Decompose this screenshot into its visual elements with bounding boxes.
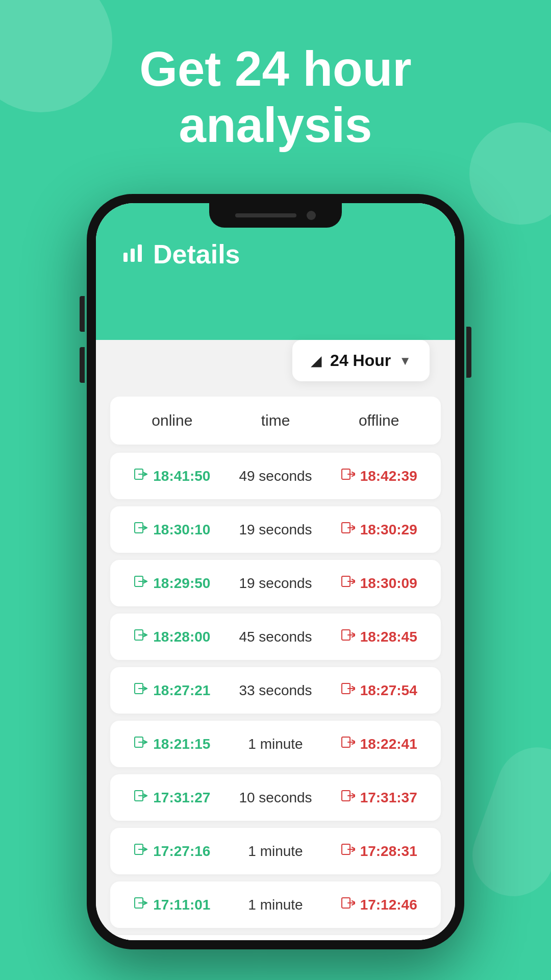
cell-online-2: 18:29:50	[120, 574, 224, 592]
enter-icon-7	[134, 842, 148, 860]
column-header-time: time	[224, 412, 328, 429]
offline-time-0: 18:42:39	[360, 468, 417, 484]
cell-online-6: 17:31:27	[120, 789, 224, 806]
phone-screen: Details ◢ 24 Hour ▼ online	[96, 203, 455, 940]
exit-icon-8	[341, 896, 355, 914]
svg-rect-1	[131, 249, 135, 262]
table-row: 18:21:15 1 minute 18:22:41	[110, 721, 441, 767]
table-row: 18:28:00 45 seconds 18:28:45	[110, 614, 441, 660]
column-header-offline: offline	[327, 412, 431, 429]
enter-icon-2	[134, 574, 148, 592]
table-body: 18:41:50 49 seconds 18:42:39 18	[110, 453, 441, 940]
enter-icon-8	[134, 896, 148, 914]
offline-time-8: 17:12:46	[360, 897, 417, 913]
table-row: 18:27:21 33 seconds 18:27:54	[110, 667, 441, 714]
online-time-0: 18:41:50	[153, 468, 210, 484]
cell-offline-2: 18:30:09	[327, 574, 431, 592]
offline-time-6: 17:31:37	[360, 790, 417, 806]
cell-online-3: 18:28:00	[120, 628, 224, 646]
cell-offline-6: 17:31:37	[327, 789, 431, 806]
cell-duration-2: 19 seconds	[224, 575, 328, 592]
table-header-row: online time offline	[110, 397, 441, 445]
cell-offline-8: 17:12:46	[327, 896, 431, 914]
bar-chart-icon	[121, 241, 144, 267]
table-row: 17:27:16 1 minute 17:28:31	[110, 828, 441, 874]
table-row: 16:59:06 1 minute 17:00:29	[110, 935, 441, 940]
exit-icon-5	[341, 735, 355, 753]
exit-icon-3	[341, 628, 355, 646]
offline-time-7: 17:28:31	[360, 843, 417, 860]
exit-icon-0	[341, 467, 355, 485]
offline-time-3: 18:28:45	[360, 629, 417, 645]
cell-duration-5: 1 minute	[224, 736, 328, 752]
svg-rect-2	[138, 244, 142, 262]
phone-button-volume-down	[80, 347, 85, 383]
cell-duration-7: 1 minute	[224, 843, 328, 860]
online-time-8: 17:11:01	[153, 897, 210, 913]
filter-area: ◢ 24 Hour ▼	[96, 340, 455, 397]
exit-icon-7	[341, 842, 355, 860]
enter-icon-3	[134, 628, 148, 646]
cell-online-8: 17:11:01	[120, 896, 224, 914]
online-time-3: 18:28:00	[153, 629, 210, 645]
table-row: 18:29:50 19 seconds 18:30:09	[110, 560, 441, 606]
offline-time-5: 18:22:41	[360, 736, 417, 752]
table-row: 18:30:10 19 seconds 18:30:29	[110, 506, 441, 553]
hero-title: Get 24 hour analysis	[0, 41, 551, 154]
exit-icon-2	[341, 574, 355, 592]
cell-offline-1: 18:30:29	[327, 521, 431, 538]
online-time-1: 18:30:10	[153, 522, 210, 538]
exit-icon-4	[341, 681, 355, 699]
enter-icon-1	[134, 521, 148, 538]
app-header-title: Details	[153, 239, 240, 270]
filter-icon: ◢	[311, 352, 322, 369]
cell-duration-6: 10 seconds	[224, 790, 328, 806]
offline-time-2: 18:30:09	[360, 575, 417, 592]
data-table: online time offline 18:41:50 49 seconds	[96, 397, 455, 940]
column-header-online: online	[120, 412, 224, 429]
enter-icon-4	[134, 681, 148, 699]
online-time-6: 17:31:27	[153, 790, 210, 806]
chevron-down-icon: ▼	[399, 354, 411, 368]
cell-offline-5: 18:22:41	[327, 735, 431, 753]
cell-duration-1: 19 seconds	[224, 522, 328, 538]
table-row: 17:11:01 1 minute 17:12:46	[110, 881, 441, 928]
cell-duration-4: 33 seconds	[224, 682, 328, 699]
phone-button-volume-up	[80, 296, 85, 332]
online-time-2: 18:29:50	[153, 575, 210, 592]
cell-online-5: 18:21:15	[120, 735, 224, 753]
phone-mockup: Details ◢ 24 Hour ▼ online	[87, 194, 464, 949]
filter-label: 24 Hour	[330, 351, 391, 370]
svg-rect-0	[123, 253, 128, 262]
cell-online-0: 18:41:50	[120, 467, 224, 485]
cell-online-4: 18:27:21	[120, 681, 224, 699]
cell-online-7: 17:27:16	[120, 842, 224, 860]
cell-online-1: 18:30:10	[120, 521, 224, 538]
enter-icon-5	[134, 735, 148, 753]
table-row: 17:31:27 10 seconds 17:31:37	[110, 774, 441, 821]
cell-duration-0: 49 seconds	[224, 468, 328, 484]
cell-offline-3: 18:28:45	[327, 628, 431, 646]
cell-offline-4: 18:27:54	[327, 681, 431, 699]
phone-frame: Details ◢ 24 Hour ▼ online	[87, 194, 464, 949]
table-row: 18:41:50 49 seconds 18:42:39	[110, 453, 441, 499]
notch-camera	[307, 211, 316, 220]
offline-time-1: 18:30:29	[360, 522, 417, 538]
bg-decoration-circle-br	[461, 736, 551, 908]
cell-offline-0: 18:42:39	[327, 467, 431, 485]
offline-time-4: 18:27:54	[360, 682, 417, 699]
online-time-5: 18:21:15	[153, 736, 210, 752]
phone-button-power	[466, 327, 471, 378]
exit-icon-6	[341, 789, 355, 806]
cell-duration-8: 1 minute	[224, 897, 328, 913]
online-time-7: 17:27:16	[153, 843, 210, 860]
exit-icon-1	[341, 521, 355, 538]
enter-icon-0	[134, 467, 148, 485]
enter-icon-6	[134, 789, 148, 806]
notch-bar	[235, 213, 296, 217]
phone-notch	[209, 203, 342, 228]
cell-duration-3: 45 seconds	[224, 629, 328, 645]
online-time-4: 18:27:21	[153, 682, 210, 699]
cell-offline-7: 17:28:31	[327, 842, 431, 860]
filter-dropdown[interactable]: ◢ 24 Hour ▼	[292, 340, 430, 381]
